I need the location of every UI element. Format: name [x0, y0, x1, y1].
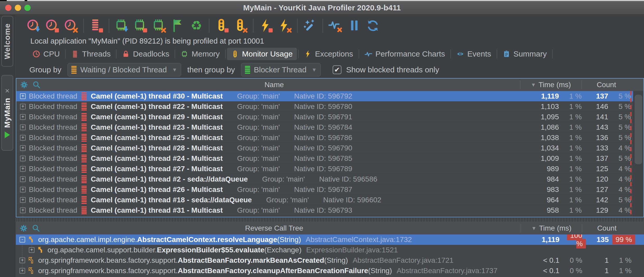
traffic-light-icon	[231, 50, 239, 58]
tab-memory[interactable]: Memory	[176, 48, 224, 60]
expand-icon[interactable]: +	[20, 114, 26, 120]
view-tabbar: CPU Threads Deadlocks Memory Monitor Usa…	[15, 46, 644, 61]
thread-row[interactable]: +Blocked threadCamel (camel-1) thread #2…	[16, 112, 643, 122]
row-values: 1,0091 %1375 %	[520, 153, 631, 163]
sidebar-tab-welcome[interactable]: Welcome	[1, 16, 13, 67]
expand-icon[interactable]: +	[20, 207, 26, 213]
expand-icon[interactable]: +	[20, 104, 26, 109]
expand-icon[interactable]: +	[19, 258, 25, 263]
cpu-profiling-clear-icon[interactable]	[64, 18, 78, 33]
thread-row[interactable]: +Blocked threadCamel (camel-1) thread #2…	[16, 101, 643, 112]
scrollbar-thumb[interactable]	[635, 95, 642, 164]
tab-threads[interactable]: Threads	[67, 48, 115, 60]
time-column-header[interactable]: ▼Time (ms)	[520, 224, 582, 233]
force-gc-icon[interactable]: ♻	[189, 18, 204, 33]
thread-row[interactable]: +Blocked threadCamel (camel-1) thread #1…	[16, 195, 643, 205]
search-icon[interactable]	[32, 224, 40, 232]
search-icon[interactable]	[32, 81, 41, 89]
memory-profiling-start-icon[interactable]	[114, 18, 129, 33]
close-window-button[interactable]	[5, 5, 11, 11]
monitor-profiling-stop-icon[interactable]	[215, 18, 229, 33]
then-group-by-dropdown[interactable]: Blocker Thread ▼	[241, 63, 321, 77]
call-tree-row[interactable]: -org.apache.camel.impl.engine.AbstractCa…	[16, 234, 644, 245]
thread-state-label: Blocked thread	[29, 196, 77, 204]
tab-deadlocks[interactable]: Deadlocks	[118, 48, 173, 60]
method-args: (String)	[277, 236, 301, 244]
expand-icon[interactable]: +	[20, 145, 26, 151]
count-column-header[interactable]: Count	[582, 224, 632, 233]
thread-row[interactable]: +Blocked threadCamel (camel-1) thread #2…	[16, 174, 643, 184]
expand-icon[interactable]: +	[20, 93, 26, 99]
name-column-header[interactable]: Name	[16, 81, 532, 89]
flag-icon[interactable]	[170, 18, 185, 33]
pause-icon[interactable]	[347, 18, 361, 33]
thread-row[interactable]: +Blocked threadCamel (camel-1) thread #2…	[16, 184, 643, 195]
time-percent: 1 %	[559, 165, 582, 173]
minimize-window-button[interactable]	[15, 5, 21, 11]
tab-exceptions[interactable]: Exceptions	[300, 48, 357, 60]
count-column-header[interactable]: Count	[582, 80, 631, 89]
time-percent: 1 %	[559, 154, 582, 163]
lock-icon	[122, 50, 130, 58]
thread-row[interactable]: +Blocked threadCamel (camel-1) thread #2…	[16, 164, 643, 174]
cpu-profiling-stop-icon[interactable]	[45, 18, 59, 33]
inspections-wand-icon[interactable]	[303, 18, 317, 33]
gear-icon[interactable]	[19, 224, 28, 232]
cpu-profiling-start-icon[interactable]	[26, 18, 41, 33]
call-tree-row[interactable]: +org.springframework.beans.factory.suppo…	[16, 266, 644, 276]
time-column-header[interactable]: ▼Time (ms)	[520, 80, 582, 89]
thread-row[interactable]: +Blocked threadCamel (camel-1) thread #2…	[16, 122, 643, 133]
call-tree-row[interactable]: +org.apache.camel.support.builder.Expres…	[16, 245, 644, 255]
sidebar-tab-mymain[interactable]: × MyMain	[1, 75, 13, 151]
callback-arrow-solid-icon	[28, 236, 35, 243]
zoom-window-button[interactable]	[24, 5, 31, 11]
thread-group: Group: 'main'	[262, 175, 305, 183]
expand-icon[interactable]: +	[20, 135, 26, 141]
memory-profiling-stop-icon[interactable]	[133, 18, 148, 33]
tab-events[interactable]: Events	[452, 48, 495, 60]
vertical-scrollbar[interactable]	[633, 91, 643, 217]
expand-icon[interactable]: -	[19, 237, 25, 243]
expand-icon[interactable]: +	[29, 247, 35, 253]
expand-icon[interactable]: +	[20, 124, 26, 130]
thread-row[interactable]: +Blocked threadCamel (camel-1) thread #2…	[16, 153, 643, 164]
close-icon[interactable]: ×	[5, 87, 10, 94]
thread-group: Group: 'main'	[237, 134, 280, 142]
call-tree-column-header[interactable]: Reverse Call Tree	[16, 224, 532, 232]
expand-icon[interactable]: +	[20, 187, 26, 192]
callback-arrow-outline-icon	[28, 257, 35, 264]
tab-monitor-usage[interactable]: Monitor Usage	[227, 48, 297, 60]
stop-thread-telemetry-icon[interactable]	[89, 18, 104, 33]
monitor-profiling-clear-icon[interactable]	[233, 18, 248, 33]
expand-icon[interactable]: +	[20, 176, 26, 182]
thread-native-id: Native ID: 596787	[294, 185, 352, 194]
exception-profiling-clear-icon[interactable]	[277, 18, 292, 33]
chevron-down-icon: ▼	[312, 67, 317, 73]
expand-icon[interactable]: +	[19, 268, 25, 274]
tab-cpu[interactable]: CPU	[28, 48, 64, 60]
panel-splitter[interactable]	[16, 218, 644, 222]
gear-icon[interactable]	[20, 81, 28, 89]
count-percent: 5 %	[608, 102, 631, 111]
thread-row[interactable]: +Blocked threadCamel (camel-1) thread #2…	[16, 143, 643, 153]
show-blocked-checkbox[interactable]: ✔	[333, 65, 341, 74]
thread-row[interactable]: +Blocked threadCamel (camel-1) thread #3…	[16, 91, 643, 101]
call-tree-row[interactable]: +org.springframework.beans.factory.suppo…	[16, 255, 644, 266]
expand-icon[interactable]: +	[20, 156, 26, 161]
group-by-dropdown[interactable]: Waiting / Blocked Thread ▼	[67, 63, 181, 77]
thread-row[interactable]: +Blocked threadCamel (camel-1) thread #2…	[16, 133, 643, 143]
expand-icon[interactable]: +	[20, 197, 26, 203]
exception-profiling-stop-icon[interactable]	[259, 18, 273, 33]
count-value: 146	[582, 102, 608, 111]
thread-state-label: Blocked thread	[29, 185, 77, 194]
tab-summary[interactable]: Summary	[498, 48, 551, 60]
memory-profiling-clear-icon[interactable]	[152, 18, 166, 33]
telemetry-clear-icon[interactable]	[328, 18, 343, 33]
expand-icon[interactable]: +	[20, 166, 26, 172]
thread-row[interactable]: +Blocked threadCamel (camel-1) thread #3…	[16, 205, 643, 216]
row-values: < 0.10 %11 %	[520, 266, 632, 276]
thread-group: Group: 'main'	[237, 185, 280, 194]
tab-performance-charts[interactable]: Performance Charts	[360, 48, 449, 60]
refresh-icon[interactable]	[366, 18, 380, 33]
thread-state-label: Blocked thread	[29, 134, 77, 142]
